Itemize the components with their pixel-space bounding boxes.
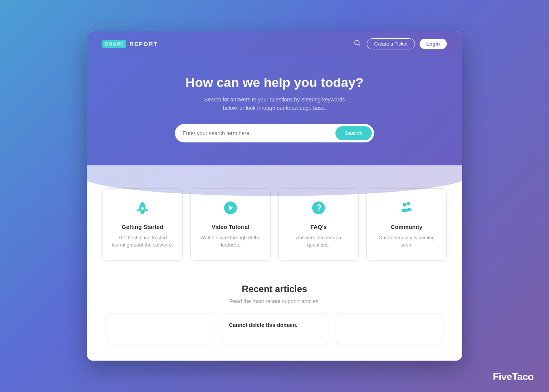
- card-video-tutorial-desc: Watch a walkthrough of the features.: [198, 234, 263, 249]
- hero-title: How can we help you today?: [102, 75, 447, 90]
- login-button[interactable]: Login: [420, 39, 447, 49]
- search-button[interactable]: Search: [335, 126, 372, 140]
- card-video-tutorial-title: Video Tutorial: [198, 224, 263, 230]
- card-community-desc: Our community is coming soon.: [374, 234, 439, 249]
- svg-line-1: [359, 44, 360, 45]
- recent-articles-title: Recent articles: [102, 284, 447, 294]
- card-faqs-title: FAQ's: [286, 224, 351, 230]
- article-card-2[interactable]: Cannot delete this domain.: [221, 314, 328, 344]
- articles-grid: Cannot delete this domain.: [102, 314, 447, 344]
- article-title-2: Cannot delete this domain.: [229, 322, 297, 328]
- recent-articles-subtitle: Read the most recent support articles.: [102, 298, 447, 304]
- card-getting-started-title: Getting Started: [110, 224, 175, 230]
- logo-area: DMARC REPORT: [102, 40, 158, 48]
- recent-articles-section: Recent articles Read the most recent sup…: [87, 276, 462, 356]
- svg-point-9: [407, 208, 412, 211]
- svg-point-7: [407, 202, 410, 205]
- svg-point-6: [403, 203, 407, 206]
- hero-section: How can we help you today? Search for an…: [87, 56, 462, 165]
- card-getting-started-desc: The best place to start learning about t…: [110, 234, 175, 249]
- search-bar: Search: [175, 124, 374, 142]
- fivetaco-watermark: FiveTaco: [493, 371, 534, 383]
- header: DMARC REPORT Create a Ticket Login: [87, 31, 462, 56]
- main-container: DMARC REPORT Create a Ticket Login How c…: [87, 31, 462, 361]
- card-getting-started[interactable]: Getting Started The best place to start …: [102, 188, 183, 261]
- svg-text:?: ?: [316, 203, 322, 213]
- search-input[interactable]: [183, 130, 335, 136]
- card-video-tutorial[interactable]: Video Tutorial Watch a walkthrough of th…: [190, 188, 271, 261]
- logo-text: REPORT: [129, 41, 158, 47]
- article-card-3[interactable]: [336, 314, 443, 344]
- card-faqs-desc: Answers to common questions.: [286, 234, 351, 249]
- card-faqs[interactable]: ? FAQ's Answers to common questions.: [278, 188, 359, 261]
- card-community-title: Community: [374, 224, 439, 230]
- rocket-icon: [110, 200, 175, 219]
- article-card-1[interactable]: [106, 314, 213, 344]
- community-icon: [374, 200, 439, 219]
- content-area: Getting Started The best place to start …: [87, 165, 462, 361]
- logo-badge: DMARC: [102, 40, 126, 48]
- header-actions: Create a Ticket Login: [352, 38, 447, 50]
- hero-subtitle: Search for answers to your questions by …: [102, 95, 447, 113]
- question-icon: ?: [286, 200, 351, 219]
- play-icon: [198, 200, 263, 219]
- card-community[interactable]: Community Our community is coming soon.: [366, 188, 447, 261]
- wave-decoration: [87, 165, 462, 196]
- search-icon-button[interactable]: [352, 38, 362, 50]
- create-ticket-button[interactable]: Create a Ticket: [367, 38, 415, 49]
